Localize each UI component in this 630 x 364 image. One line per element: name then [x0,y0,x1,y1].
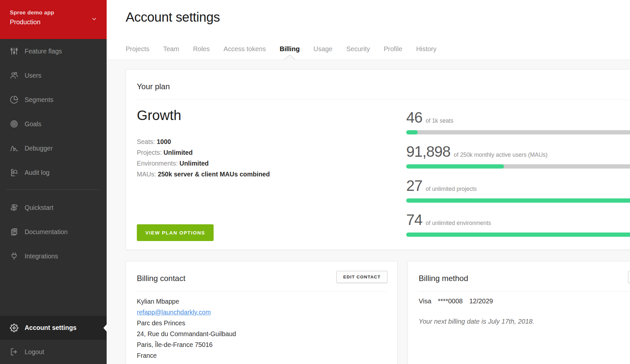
usage-meters: 46of 1k seats91,898of 250k monthly activ… [406,70,630,250]
project-name: Spree demo app [10,10,54,16]
usage-meter-of-unlimited-projects: 27of unlimited projects [406,177,630,194]
tab-security[interactable]: Security [346,45,370,53]
book-icon [10,228,18,236]
billing-method-title: Billing method [419,274,468,283]
pie-chart-icon [10,95,18,104]
meter-label: of unlimited projects [426,186,477,192]
view-plan-options-button[interactable]: VIEW PLAN OPTIONS [137,224,214,241]
edit-contact-button[interactable]: EDIT CONTACT [336,271,388,283]
meter-label: of 1k seats [426,117,453,124]
tab-team[interactable]: Team [163,45,179,53]
tab-access-tokens[interactable]: Access tokens [223,45,266,53]
sidebar-divider [6,190,101,190]
app-window: Spree demo app Production Feature flagsU… [0,0,630,364]
plan-detail-line: Environments: Unlimited [137,158,270,169]
tab-billing[interactable]: Billing [280,45,300,53]
plan-detail-line: Projects: Unlimited [137,147,270,158]
logout-icon [10,348,18,356]
plan-detail-line: MAUs: 250k server & client MAUs combined [137,169,270,180]
divider [419,292,630,292]
signpost-icon [10,203,18,212]
plan-detail-label: MAUs: [137,171,158,178]
progress-bar-track [406,233,630,237]
sidebar-item-quickstart[interactable]: Quickstart [0,195,107,220]
chevron-down-icon [91,16,97,22]
main-content: Account settings ProjectsTeamRolesAccess… [107,0,630,364]
users-icon [10,71,18,80]
waveform-icon [10,144,18,152]
progress-bar-fill [406,130,418,134]
sliders-icon [10,47,18,55]
sidebar: Spree demo app Production Feature flagsU… [0,0,107,364]
tab-profile[interactable]: Profile [384,45,402,53]
plan-card-title: Your plan [137,82,170,91]
environment-name: Production [10,18,40,26]
sidebar-item-logout[interactable]: Logout [0,340,107,364]
meter-head: 91,898of 250k monthly active users (MAUs… [406,143,630,160]
meter-label: of unlimited environments [426,220,491,227]
divider [137,292,387,292]
progress-bar-fill [406,164,504,169]
sidebar-item-label: Goals [25,120,41,128]
sidebar-item-label: Debugger [25,145,53,152]
sidebar-nav-primary: Feature flagsUsersSegmentsGoalsDebuggerA… [0,39,107,185]
edit-method-button[interactable] [628,271,630,283]
sidebar-item-label: Users [25,72,41,79]
your-plan-card: Your plan Growth Seats: 1000Projects: Un… [126,69,630,250]
billing-contact-card: Billing contact EDIT CONTACT Kylian Mbap… [126,261,398,364]
meter-value: 74 [406,211,422,229]
sidebar-item-label: Quickstart [25,204,53,212]
sidebar-item-users[interactable]: Users [0,63,107,88]
contact-email-line: refapp@launchdarkly.com [137,307,236,318]
contact-address-line: Paris, Île-de-France 75016 [137,339,236,350]
meter-value: 27 [406,177,422,194]
sidebar-item-label: Integrations [25,253,58,260]
sidebar-item-label: Feature flags [25,48,62,55]
card-number: ****0008 [438,297,463,305]
plan-detail-value: Unlimited [179,160,209,167]
progress-bar-track [406,198,630,203]
tab-roles[interactable]: Roles [193,45,210,53]
sidebar-item-label: Segments [25,96,53,104]
contact-address-line: France [137,350,236,361]
sidebar-item-audit-log[interactable]: Audit log [0,160,107,185]
usage-meter-of-unlimited-environments: 74of unlimited environments [406,211,630,229]
billing-contact-details: Kylian Mbapperefapp@launchdarkly.comParc… [137,296,236,361]
tab-bar: ProjectsTeamRolesAccess tokensBillingUsa… [126,45,436,53]
sidebar-item-account-settings[interactable]: Account settings [0,316,107,340]
sidebar-item-segments[interactable]: Segments [0,88,107,112]
progress-bar-track [406,164,630,169]
card-type: Visa [419,297,431,305]
tab-bar-border [107,60,630,60]
sidebar-item-debugger[interactable]: Debugger [0,136,107,160]
tab-usage[interactable]: Usage [313,45,332,53]
meter-head: 46of 1k seats [406,109,630,126]
tab-history[interactable]: History [416,45,436,53]
sidebar-item-goals[interactable]: Goals [0,112,107,136]
next-billing-date-note: Your next billing date is July 17th, 201… [419,318,534,325]
plan-detail-value: 1000 [157,138,171,145]
active-item-notch [103,324,107,332]
plan-detail-label: Projects: [137,149,163,156]
contact-email-link[interactable]: refapp@launchdarkly.com [137,309,211,316]
sidebar-item-documentation[interactable]: Documentation [0,220,107,244]
progress-bar-fill [406,233,630,237]
sidebar-item-feature-flags[interactable]: Feature flags [0,39,107,63]
usage-meter-of-250k-monthly-active-users-maus-: 91,898of 250k monthly active users (MAUs… [406,143,630,160]
sidebar-item-label: Documentation [25,228,68,236]
plan-details: Seats: 1000Projects: UnlimitedEnvironmen… [137,136,270,180]
project-switcher[interactable]: Spree demo app Production [0,0,107,39]
plan-detail-label: Seats: [137,138,157,145]
meter-value: 91,898 [406,143,451,160]
plug-icon [10,252,18,260]
billing-contact-title: Billing contact [137,274,185,283]
sidebar-item-integrations[interactable]: Integrations [0,244,107,268]
sidebar-nav-secondary: QuickstartDocumentationIntegrations [0,195,107,268]
tab-projects[interactable]: Projects [126,45,149,53]
page-title: Account settings [126,10,220,25]
meter-label: of 250k monthly active users (MAUs) [454,152,548,158]
sidebar-item-label: Logout [25,348,44,356]
contact-name: Kylian Mbappe [137,296,236,307]
plan-detail-value: 250k server & client MAUs combined [158,171,270,178]
meter-value: 46 [406,109,422,126]
